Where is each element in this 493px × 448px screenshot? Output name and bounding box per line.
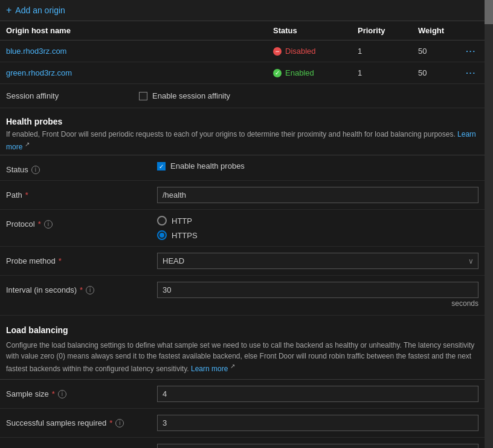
origin-link-2[interactable]: green.rhod3rz.com: [6, 68, 273, 77]
health-probes-header: Health probes If enabled, Front Door wil…: [0, 108, 485, 155]
sample-size-required-star: *: [52, 389, 55, 398]
load-balancing-learn-more[interactable]: Learn more: [191, 365, 228, 373]
enable-health-probes-container[interactable]: Enable health probes: [157, 161, 478, 170]
table-row: green.rhod3rz.com Enabled 1 50 ···: [0, 62, 485, 84]
sample-size-row: Sample size * i: [0, 380, 485, 409]
external-link-icon-2: ↗: [230, 363, 235, 369]
protocol-http-label: HTTP: [172, 216, 192, 226]
page-title[interactable]: Add an origin: [15, 5, 65, 15]
latency-label: Latency sensitivity (in milliseconds) * …: [6, 444, 151, 448]
path-label: Path *: [6, 187, 151, 200]
table-header: Origin host name Status Priority Weight: [0, 21, 485, 41]
status-enabled-icon-2: [273, 69, 282, 77]
row-menu-2[interactable]: ···: [463, 67, 478, 79]
path-required-star: *: [25, 190, 28, 200]
load-balancing-title: Load balancing: [6, 325, 478, 335]
probe-method-label-text: Probe method: [6, 256, 56, 265]
interval-input[interactable]: [157, 282, 478, 298]
header-row: + Add an origin: [0, 0, 485, 21]
successful-samples-label: Successful samples required * i: [6, 415, 151, 427]
successful-samples-required-star: *: [109, 418, 112, 427]
latency-input[interactable]: [157, 444, 478, 448]
successful-samples-info-icon[interactable]: i: [115, 419, 124, 427]
status-text-1: Disabled: [285, 47, 316, 56]
session-affinity-checkbox-container[interactable]: Enable session affinity: [139, 91, 230, 100]
row-menu-1[interactable]: ···: [463, 45, 478, 57]
health-probes-description-text: If enabled, Front Door will send periodi…: [6, 130, 456, 138]
probe-method-select-wrapper: HEAD GET ∨: [157, 253, 478, 269]
session-affinity-checkbox[interactable]: [139, 92, 147, 100]
external-link-icon-1: ↗: [25, 141, 30, 148]
protocol-label: Protocol * i: [6, 216, 151, 229]
col-weight: Weight: [418, 26, 478, 35]
protocol-info-icon[interactable]: i: [44, 220, 53, 229]
protocol-http-option[interactable]: HTTP: [157, 216, 478, 226]
successful-samples-label-text: Successful samples required: [6, 418, 106, 427]
weight-1: 50: [418, 47, 427, 56]
enable-health-probes-checkbox[interactable]: [157, 162, 166, 170]
col-origin: Origin host name: [6, 26, 273, 35]
col-priority: Priority: [358, 26, 418, 35]
status-disabled-icon-1: [273, 47, 282, 56]
health-probes-status-label: Status i: [6, 161, 151, 174]
path-input[interactable]: [157, 187, 478, 203]
status-cell-2: Enabled: [273, 68, 358, 77]
status-label-text: Status: [6, 165, 28, 174]
sample-size-info-icon[interactable]: i: [58, 390, 66, 398]
path-label-text: Path: [6, 190, 22, 200]
sample-size-input[interactable]: [157, 386, 478, 402]
sample-size-label-text: Sample size: [6, 389, 49, 398]
scrollbar[interactable]: [485, 0, 493, 448]
main-container: + Add an origin Origin host name Status …: [0, 0, 493, 448]
probe-method-row: Probe method * HEAD GET ∨: [0, 247, 485, 276]
successful-samples-row: Successful samples required * i: [0, 409, 485, 438]
protocol-http-radio[interactable]: [157, 216, 167, 226]
protocol-label-text: Protocol: [6, 219, 35, 229]
enable-health-probes-label: Enable health probes: [170, 161, 245, 170]
status-text-2: Enabled: [285, 68, 314, 77]
interval-input-wrapper: seconds: [157, 282, 478, 309]
health-probes-desc: If enabled, Front Door will send periodi…: [6, 129, 478, 152]
interval-label-text: Interval (in seconds): [6, 285, 77, 294]
health-probes-status-row: Status i Enable health probes: [0, 155, 485, 181]
main-content: + Add an origin Origin host name Status …: [0, 0, 485, 448]
status-info-icon[interactable]: i: [31, 166, 40, 174]
status-cell-1: Disabled: [273, 47, 358, 56]
priority-1: 1: [358, 47, 418, 56]
latency-input-wrapper: milliseconds: [157, 444, 478, 448]
priority-2: 1: [358, 68, 418, 77]
successful-samples-input[interactable]: [157, 415, 478, 431]
probe-method-required-star: *: [59, 256, 62, 265]
probe-method-select[interactable]: HEAD GET: [157, 253, 478, 269]
weight-cell-2: 50 ···: [418, 67, 478, 79]
load-balancing-header: Load balancing: [0, 316, 485, 337]
table-row: blue.rhod3rz.com Disabled 1 50 ···: [0, 41, 485, 62]
col-status: Status: [273, 26, 358, 35]
interval-required-star: *: [80, 285, 83, 294]
protocol-https-label: HTTPS: [172, 231, 198, 240]
load-balancing-description-text: Configure the load balancing settings to…: [6, 341, 474, 373]
interval-suffix: seconds: [157, 298, 478, 309]
session-affinity-label: Session affinity: [6, 91, 127, 100]
protocol-radio-group: HTTP HTTPS: [157, 216, 478, 240]
interval-info-icon[interactable]: i: [86, 286, 94, 294]
session-affinity-row: Session affinity Enable session affinity: [0, 84, 485, 108]
interval-row: Interval (in seconds) * i seconds: [0, 276, 485, 316]
load-balancing-desc: Configure the load balancing settings to…: [0, 337, 485, 379]
protocol-https-option[interactable]: HTTPS: [157, 230, 478, 240]
health-probes-path-row: Path *: [0, 181, 485, 210]
probe-method-label: Probe method *: [6, 253, 151, 265]
protocol-https-radio[interactable]: [157, 230, 167, 240]
weight-2: 50: [418, 68, 427, 77]
origin-link-1[interactable]: blue.rhod3rz.com: [6, 47, 273, 56]
weight-cell-1: 50 ···: [418, 45, 478, 57]
sample-size-label: Sample size * i: [6, 386, 151, 398]
scrollbar-thumb[interactable]: [485, 0, 493, 24]
protocol-required-star: *: [38, 219, 41, 229]
add-icon: +: [6, 5, 11, 16]
interval-label: Interval (in seconds) * i: [6, 282, 151, 294]
latency-row: Latency sensitivity (in milliseconds) * …: [0, 438, 485, 448]
health-probes-title: Health probes: [6, 117, 478, 126]
health-probes-protocol-row: Protocol * i HTTP HTTPS: [0, 210, 485, 247]
session-affinity-checkbox-label: Enable session affinity: [152, 91, 230, 100]
